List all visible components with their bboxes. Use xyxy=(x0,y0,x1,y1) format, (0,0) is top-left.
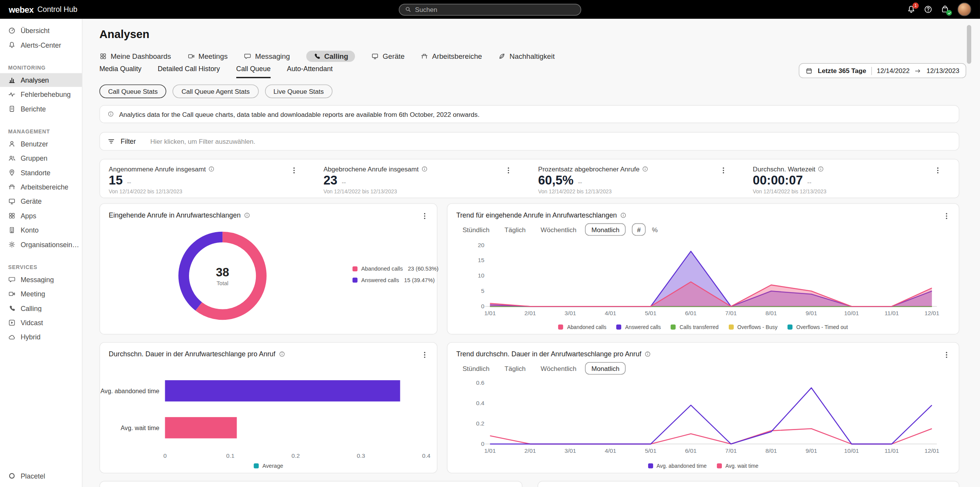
toggle-woechentlich[interactable]: Wöchentlich xyxy=(534,223,583,236)
video-camera-icon xyxy=(187,53,195,60)
sidebar-item-benutzer[interactable]: Benutzer xyxy=(0,137,82,151)
scrollbar-thumb[interactable] xyxy=(967,25,971,64)
tab-nachhaltigkeit[interactable]: Nachhaltigkeit xyxy=(498,53,555,60)
webex-logo: webex xyxy=(9,5,34,14)
kpi-title: Durchschn. Wartezeit xyxy=(753,165,816,173)
svg-text:6/01: 6/01 xyxy=(685,447,696,454)
tab-label: Nachhaltigkeit xyxy=(509,53,555,60)
sidebar-item-berichte[interactable]: Berichte xyxy=(0,102,82,116)
sidebar-item-geraete[interactable]: Geräte xyxy=(0,194,82,208)
toggle-stuendlich[interactable]: Stündlich xyxy=(456,362,496,375)
legend-label: Answered calls xyxy=(361,277,399,283)
tab-geraete[interactable]: Geräte xyxy=(371,53,405,60)
pill-live-queue-stats[interactable]: Live Queue Stats xyxy=(265,85,333,98)
tab-messaging[interactable]: Messaging xyxy=(244,53,290,60)
kpi-menu-button[interactable] xyxy=(717,165,729,176)
sidebar-item-hybrid[interactable]: Hybrid xyxy=(0,330,82,344)
filter-bar[interactable]: Filter xyxy=(99,132,960,151)
sidebar-item-messaging[interactable]: Messaging xyxy=(0,273,82,286)
tab-arbeitsbereiche[interactable]: Arbeitsbereiche xyxy=(421,53,482,60)
svg-text:0.1: 0.1 xyxy=(226,452,234,459)
card-menu-button[interactable] xyxy=(940,210,952,222)
search-input[interactable] xyxy=(415,6,575,13)
toggle-monatlich[interactable]: Monatlich xyxy=(585,223,626,236)
filter-input[interactable] xyxy=(150,138,951,145)
legend-label: Average xyxy=(262,463,283,469)
sidebar-item-meeting[interactable]: Meeting xyxy=(0,287,82,301)
sidebar-item-uebersicht[interactable]: Übersicht xyxy=(0,24,82,38)
card-menu-button[interactable] xyxy=(940,349,952,361)
workspace-icon xyxy=(8,183,16,191)
sidebar-item-apps[interactable]: Apps xyxy=(0,209,82,223)
toggle-monatlich[interactable]: Monatlich xyxy=(585,362,626,375)
sidebar-item-calling[interactable]: Calling xyxy=(0,301,82,315)
sidebar-item-label: Fehlerbehebung xyxy=(21,91,71,98)
gear-icon xyxy=(8,241,16,248)
toggle-stuendlich[interactable]: Stündlich xyxy=(456,223,496,236)
kpi-trend: -- xyxy=(807,179,811,186)
kpi-value: 00:00:07 xyxy=(753,173,803,188)
partial-card xyxy=(537,481,959,487)
card-title: Durchschn. Dauer in der Anrufwarteschlan… xyxy=(109,350,275,358)
queue-view-pills: Call Queue Stats Call Queue Agent Stats … xyxy=(99,85,333,98)
toggle-taeglich[interactable]: Täglich xyxy=(498,223,532,236)
main-content: Analysen Meine Dashboards Meetings Messa… xyxy=(83,19,980,487)
kpi-angenommene-anrufe: Angenommene Anrufe insgesamt 15-- Von 12… xyxy=(100,160,315,200)
subtab-call-queue[interactable]: Call Queue xyxy=(236,65,271,78)
tab-calling[interactable]: Calling xyxy=(306,51,355,62)
onboarding-checklist-button[interactable] xyxy=(940,5,949,14)
legend-item: Overflows - Timed out xyxy=(788,324,848,330)
kpi-menu-button[interactable] xyxy=(932,165,944,176)
kpi-caption: Von 12/14/2022 bis 12/13/2023 xyxy=(109,188,306,194)
date-range-picker[interactable]: Letzte 365 Tage 12/14/2022 12/13/2023 xyxy=(799,63,966,78)
sidebar-item-label: Analysen xyxy=(21,76,49,84)
sidebar-item-standorte[interactable]: Standorte xyxy=(0,166,82,180)
sidebar-item-label: Organisationseinstellun... xyxy=(21,241,82,248)
kpi-menu-button[interactable] xyxy=(502,165,514,176)
card-menu-button[interactable] xyxy=(419,349,431,361)
sidebar-item-alerts-center[interactable]: Alerts-Center xyxy=(0,38,82,52)
kpi-prozentsatz-abgebrochener: Prozentsatz abgebrochener Anrufe 60,5%--… xyxy=(529,160,744,200)
tab-meine-dashboards[interactable]: Meine Dashboards xyxy=(99,53,171,60)
subtab-media-quality[interactable]: Media Quality xyxy=(99,65,141,78)
subtab-detailed-call-history[interactable]: Detailed Call History xyxy=(158,65,220,78)
sidebar-item-organisationseinstellungen[interactable]: Organisationseinstellun... xyxy=(0,238,82,251)
user-avatar[interactable] xyxy=(957,3,971,17)
sidebar-item-vidcast[interactable]: Vidcast xyxy=(0,316,82,330)
avg-duration-bar-card: Durchschn. Dauer in der Anrufwarteschlan… xyxy=(99,342,438,474)
date-range-end: 12/13/2023 xyxy=(927,67,960,75)
toggle-percent[interactable]: % xyxy=(647,223,663,236)
help-button[interactable] xyxy=(924,5,933,14)
legend-label: Abandoned calls xyxy=(361,266,403,272)
sidebar-item-placetel[interactable]: Placetel xyxy=(0,469,82,483)
placetel-logo-icon xyxy=(8,472,16,480)
toggle-taeglich[interactable]: Täglich xyxy=(498,362,532,375)
legend-swatch xyxy=(558,324,563,329)
sidebar-item-konto[interactable]: Konto xyxy=(0,223,82,237)
kpi-row: Angenommene Anrufe insgesamt 15-- Von 12… xyxy=(99,159,960,198)
pill-call-queue-stats[interactable]: Call Queue Stats xyxy=(99,85,167,98)
legend-label: Overflows - Timed out xyxy=(796,324,848,330)
notifications-button[interactable]: 1 xyxy=(907,5,916,14)
sidebar-item-gruppen[interactable]: Gruppen xyxy=(0,151,82,165)
card-menu-button[interactable] xyxy=(419,210,431,222)
kebab-icon xyxy=(942,212,950,220)
subtab-auto-attendant[interactable]: Auto-Attendant xyxy=(287,65,333,78)
tab-meetings[interactable]: Meetings xyxy=(187,53,227,60)
kpi-menu-button[interactable] xyxy=(288,165,300,176)
sidebar-item-arbeitsbereiche[interactable]: Arbeitsbereiche xyxy=(0,180,82,194)
product-name: Control Hub xyxy=(37,5,77,14)
pill-call-queue-agent-stats[interactable]: Call Queue Agent Stats xyxy=(173,85,259,98)
users-icon xyxy=(8,155,16,162)
apps-grid-icon xyxy=(8,212,16,220)
svg-text:12/01: 12/01 xyxy=(924,310,939,316)
toggle-woechentlich[interactable]: Wöchentlich xyxy=(534,362,583,375)
sidebar-item-fehlerbehebung[interactable]: Fehlerbehebung xyxy=(0,88,82,101)
partial-card xyxy=(99,481,522,487)
svg-text:10: 10 xyxy=(478,272,484,279)
toggle-count[interactable]: # xyxy=(632,223,646,236)
pulse-icon xyxy=(8,91,16,98)
video-camera-icon xyxy=(8,290,16,298)
global-search[interactable] xyxy=(399,3,581,15)
sidebar-item-analysen[interactable]: Analysen xyxy=(0,73,82,87)
